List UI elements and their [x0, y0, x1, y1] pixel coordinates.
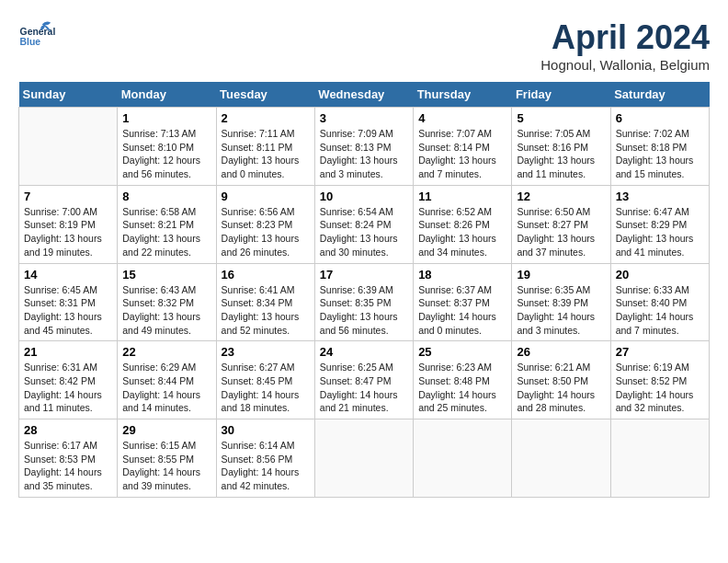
cell-content: Sunrise: 6:19 AMSunset: 8:52 PMDaylight:… — [616, 361, 704, 415]
calendar-cell: 24Sunrise: 6:25 AMSunset: 8:47 PMDayligh… — [314, 341, 413, 419]
date-number: 22 — [122, 345, 210, 359]
day-header-friday: Friday — [512, 82, 610, 108]
date-number: 3 — [320, 111, 408, 125]
date-number: 8 — [122, 190, 210, 203]
date-number: 28 — [24, 423, 112, 437]
cell-content: Sunrise: 6:14 AMSunset: 8:56 PMDaylight:… — [222, 439, 310, 493]
date-number: 11 — [418, 190, 506, 203]
date-number: 30 — [222, 423, 310, 437]
calendar-cell: 16Sunrise: 6:41 AMSunset: 8:34 PMDayligh… — [216, 263, 314, 341]
date-number: 4 — [418, 111, 506, 125]
calendar-cell: 18Sunrise: 6:37 AMSunset: 8:37 PMDayligh… — [414, 263, 512, 341]
cell-content: Sunrise: 6:39 AMSunset: 8:35 PMDaylight:… — [320, 283, 408, 338]
calendar-cell: 15Sunrise: 6:43 AMSunset: 8:32 PMDayligh… — [118, 263, 216, 341]
calendar-cell — [610, 419, 709, 498]
date-number: 23 — [222, 345, 310, 359]
calendar-cell: 3Sunrise: 7:09 AMSunset: 8:13 PMDaylight… — [314, 108, 413, 186]
cell-content: Sunrise: 6:23 AMSunset: 8:48 PMDaylight:… — [418, 361, 506, 415]
date-number: 1 — [122, 111, 210, 125]
date-number: 19 — [517, 268, 605, 282]
calendar-cell: 28Sunrise: 6:17 AMSunset: 8:53 PMDayligh… — [19, 419, 118, 498]
logo-icon: General Blue — [18, 18, 55, 55]
calendar-week-row: 1Sunrise: 7:13 AMSunset: 8:10 PMDaylight… — [19, 108, 710, 186]
calendar-cell: 21Sunrise: 6:31 AMSunset: 8:42 PMDayligh… — [19, 341, 118, 419]
cell-content: Sunrise: 6:27 AMSunset: 8:45 PMDaylight:… — [222, 361, 310, 415]
calendar-cell: 27Sunrise: 6:19 AMSunset: 8:52 PMDayligh… — [610, 341, 709, 419]
calendar-cell: 6Sunrise: 7:02 AMSunset: 8:18 PMDaylight… — [610, 108, 709, 186]
calendar-cell: 8Sunrise: 6:58 AMSunset: 8:21 PMDaylight… — [118, 185, 216, 263]
date-number: 12 — [517, 190, 605, 203]
calendar-cell: 12Sunrise: 6:50 AMSunset: 8:27 PMDayligh… — [512, 185, 610, 263]
calendar-week-row: 7Sunrise: 7:00 AMSunset: 8:19 PMDaylight… — [19, 185, 710, 263]
calendar-cell: 30Sunrise: 6:14 AMSunset: 8:56 PMDayligh… — [216, 419, 314, 498]
calendar-cell: 2Sunrise: 7:11 AMSunset: 8:11 PMDaylight… — [216, 108, 314, 186]
date-number: 18 — [418, 268, 506, 282]
calendar-cell: 14Sunrise: 6:45 AMSunset: 8:31 PMDayligh… — [19, 263, 118, 341]
date-number: 27 — [616, 345, 704, 359]
title-block: April 2024 Hognoul, Wallonia, Belgium — [540, 18, 710, 73]
day-header-tuesday: Tuesday — [216, 82, 314, 108]
svg-text:General: General — [20, 27, 55, 37]
calendar-week-row: 21Sunrise: 6:31 AMSunset: 8:42 PMDayligh… — [19, 341, 710, 419]
calendar-cell — [414, 419, 512, 498]
day-header-wednesday: Wednesday — [314, 82, 413, 108]
logo: General Blue — [18, 18, 55, 55]
day-header-sunday: Sunday — [19, 82, 118, 108]
date-number: 24 — [320, 345, 408, 359]
calendar-cell: 13Sunrise: 6:47 AMSunset: 8:29 PMDayligh… — [610, 185, 709, 263]
calendar-header-row: SundayMondayTuesdayWednesdayThursdayFrid… — [19, 82, 710, 108]
calendar-cell — [19, 108, 118, 186]
calendar-cell: 23Sunrise: 6:27 AMSunset: 8:45 PMDayligh… — [216, 341, 314, 419]
calendar-week-row: 28Sunrise: 6:17 AMSunset: 8:53 PMDayligh… — [19, 419, 710, 498]
calendar-cell: 19Sunrise: 6:35 AMSunset: 8:39 PMDayligh… — [512, 263, 610, 341]
calendar-cell: 25Sunrise: 6:23 AMSunset: 8:48 PMDayligh… — [414, 341, 512, 419]
date-number: 14 — [24, 268, 112, 282]
cell-content: Sunrise: 6:33 AMSunset: 8:40 PMDaylight:… — [616, 283, 704, 338]
calendar-cell — [512, 419, 610, 498]
date-number: 15 — [122, 268, 210, 282]
calendar-table: SundayMondayTuesdayWednesdayThursdayFrid… — [18, 82, 710, 498]
calendar-cell: 1Sunrise: 7:13 AMSunset: 8:10 PMDaylight… — [118, 108, 216, 186]
day-header-saturday: Saturday — [610, 82, 709, 108]
svg-text:Blue: Blue — [20, 37, 41, 47]
cell-content: Sunrise: 7:07 AMSunset: 8:14 PMDaylight:… — [418, 127, 506, 181]
date-number: 7 — [24, 190, 112, 203]
calendar-week-row: 14Sunrise: 6:45 AMSunset: 8:31 PMDayligh… — [19, 263, 710, 341]
calendar-cell — [314, 419, 413, 498]
calendar-cell: 10Sunrise: 6:54 AMSunset: 8:24 PMDayligh… — [314, 185, 413, 263]
calendar-cell: 29Sunrise: 6:15 AMSunset: 8:55 PMDayligh… — [118, 419, 216, 498]
cell-content: Sunrise: 6:45 AMSunset: 8:31 PMDaylight:… — [24, 283, 112, 338]
cell-content: Sunrise: 6:17 AMSunset: 8:53 PMDaylight:… — [24, 439, 112, 493]
date-number: 10 — [320, 190, 408, 203]
cell-content: Sunrise: 7:05 AMSunset: 8:16 PMDaylight:… — [517, 127, 605, 181]
calendar-cell: 4Sunrise: 7:07 AMSunset: 8:14 PMDaylight… — [414, 108, 512, 186]
cell-content: Sunrise: 6:58 AMSunset: 8:21 PMDaylight:… — [122, 205, 210, 259]
cell-content: Sunrise: 6:21 AMSunset: 8:50 PMDaylight:… — [517, 361, 605, 415]
calendar-cell: 11Sunrise: 6:52 AMSunset: 8:26 PMDayligh… — [414, 185, 512, 263]
calendar-cell: 26Sunrise: 6:21 AMSunset: 8:50 PMDayligh… — [512, 341, 610, 419]
cell-content: Sunrise: 6:50 AMSunset: 8:27 PMDaylight:… — [517, 205, 605, 259]
cell-content: Sunrise: 6:31 AMSunset: 8:42 PMDaylight:… — [24, 361, 112, 415]
cell-content: Sunrise: 6:56 AMSunset: 8:23 PMDaylight:… — [222, 205, 310, 259]
calendar-cell: 9Sunrise: 6:56 AMSunset: 8:23 PMDaylight… — [216, 185, 314, 263]
date-number: 2 — [222, 111, 310, 125]
date-number: 16 — [222, 268, 310, 282]
cell-content: Sunrise: 6:29 AMSunset: 8:44 PMDaylight:… — [122, 361, 210, 415]
day-header-monday: Monday — [118, 82, 216, 108]
cell-content: Sunrise: 6:37 AMSunset: 8:37 PMDaylight:… — [418, 283, 506, 338]
date-number: 26 — [517, 345, 605, 359]
cell-content: Sunrise: 6:43 AMSunset: 8:32 PMDaylight:… — [122, 283, 210, 338]
cell-content: Sunrise: 7:00 AMSunset: 8:19 PMDaylight:… — [24, 205, 112, 259]
date-number: 13 — [616, 190, 704, 203]
calendar-cell: 20Sunrise: 6:33 AMSunset: 8:40 PMDayligh… — [610, 263, 709, 341]
cell-content: Sunrise: 6:15 AMSunset: 8:55 PMDaylight:… — [122, 439, 210, 493]
cell-content: Sunrise: 6:54 AMSunset: 8:24 PMDaylight:… — [320, 205, 408, 259]
cell-content: Sunrise: 7:02 AMSunset: 8:18 PMDaylight:… — [616, 127, 704, 181]
cell-content: Sunrise: 7:13 AMSunset: 8:10 PMDaylight:… — [122, 127, 210, 181]
cell-content: Sunrise: 6:35 AMSunset: 8:39 PMDaylight:… — [517, 283, 605, 338]
date-number: 25 — [418, 345, 506, 359]
date-number: 5 — [517, 111, 605, 125]
location-subtitle: Hognoul, Wallonia, Belgium — [540, 57, 710, 73]
cell-content: Sunrise: 7:09 AMSunset: 8:13 PMDaylight:… — [320, 127, 408, 181]
date-number: 17 — [320, 268, 408, 282]
